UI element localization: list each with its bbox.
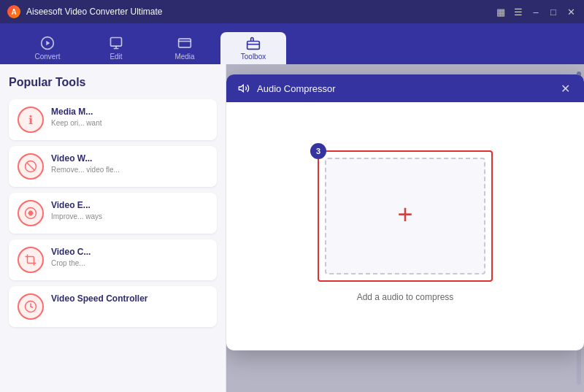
menu-icon[interactable]: ☰ [512, 6, 524, 18]
tool-desc-3: Crop the... [51, 258, 208, 269]
tool-name-0: Media M... [51, 107, 208, 117]
close-icon[interactable]: ✕ [565, 6, 577, 18]
app-title: Aiseesoft Video Converter Ultimate [26, 7, 489, 17]
tool-desc-2: Improve... ways [51, 212, 208, 222]
message-icon[interactable]: ▦ [495, 6, 507, 18]
tool-card-video-watermark[interactable]: Video W... Remove... video fle... [9, 146, 217, 187]
maximize-icon[interactable]: □ [548, 6, 559, 18]
tool-card-media-metadata[interactable]: ℹ Media M... Keep ori... want [9, 99, 217, 140]
svg-marker-10 [239, 85, 243, 91]
main-area: Popular Tools ℹ Media M... Keep ori... w… [0, 64, 584, 392]
tab-toolbox-label: Toolbox [241, 53, 266, 61]
tool-icon-crop [18, 247, 44, 273]
content-area: ...files to the ...eed ...video from 2D … [226, 64, 584, 392]
tool-icon-watermark [18, 153, 44, 180]
modal-body: 3 + Add a audio to compress [226, 102, 584, 350]
tab-edit[interactable]: Edit [83, 32, 149, 64]
drop-zone-label: Add a audio to compress [357, 292, 454, 302]
tab-convert[interactable]: Convert [15, 32, 80, 64]
tab-media[interactable]: Media [152, 32, 218, 64]
tool-icon-info: ℹ [18, 107, 44, 133]
drop-zone[interactable]: + [325, 158, 485, 274]
add-file-icon: + [397, 201, 412, 228]
tool-card-video-speed[interactable]: Video Speed Controller [9, 286, 217, 327]
tool-desc-1: Remove... video fle... [51, 165, 208, 175]
tool-icon-enhance [18, 200, 44, 226]
tab-edit-label: Edit [110, 53, 122, 61]
app-logo: A [7, 5, 20, 18]
tool-desc-0: Keep ori... want [51, 118, 208, 128]
audio-compressor-modal: Audio Compressor ✕ 3 + Add a audio to co… [226, 74, 584, 350]
modal-overlay: Audio Compressor ✕ 3 + Add a audio to co… [226, 64, 584, 392]
tool-name-4: Video Speed Controller [51, 293, 208, 304]
tool-icon-speed [18, 293, 44, 320]
audio-compressor-icon [237, 81, 251, 96]
tab-toolbox[interactable]: Toolbox [220, 32, 286, 64]
drop-zone-container: 3 + [318, 150, 493, 282]
tool-name-2: Video E... [51, 200, 208, 210]
modal-close-button[interactable]: ✕ [556, 80, 574, 97]
svg-rect-2 [111, 38, 122, 47]
svg-point-8 [30, 212, 32, 215]
minimize-icon[interactable]: – [530, 6, 542, 18]
svg-marker-1 [46, 41, 50, 46]
tool-name-1: Video W... [51, 153, 208, 164]
tool-name-3: Video C... [51, 247, 208, 257]
modal-title: Audio Compressor [257, 83, 550, 94]
tool-card-video-enhance[interactable]: Video E... Improve... ways [9, 193, 217, 234]
nav-bar: Convert Edit Media Toolbox [0, 23, 584, 64]
window-controls: ▦ ☰ – □ ✕ [495, 6, 577, 18]
tab-media-label: Media [174, 53, 194, 61]
titlebar: A Aiseesoft Video Converter Ultimate ▦ ☰… [0, 0, 584, 23]
sidebar-title: Popular Tools [9, 76, 217, 89]
svg-rect-4 [247, 42, 260, 50]
svg-rect-3 [179, 39, 191, 47]
tool-card-video-crop[interactable]: Video C... Crop the... [9, 239, 217, 280]
drop-zone-badge: 3 [310, 143, 326, 159]
sidebar: Popular Tools ℹ Media M... Keep ori... w… [0, 64, 226, 392]
svg-line-6 [27, 163, 35, 171]
modal-header: Audio Compressor ✕ [226, 74, 584, 102]
tab-convert-label: Convert [34, 53, 60, 61]
